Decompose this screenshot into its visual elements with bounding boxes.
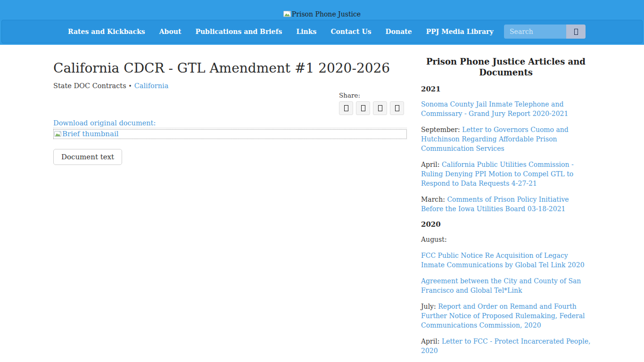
share-icon — [361, 105, 365, 111]
nav-item-about[interactable]: About — [152, 28, 189, 35]
article-link[interactable]: Sonoma County Jail Inmate Telephone and … — [421, 100, 568, 117]
brief-thumbnail-link[interactable]: Brief thumbnail — [53, 129, 407, 139]
sidebar: Prison Phone Justice Articles and Docume… — [421, 45, 591, 362]
content-area: California CDCR - GTL Amendment #1 2020-… — [53, 45, 591, 362]
nav-item-rates-and-kickbacks[interactable]: Rates and Kickbacks — [61, 28, 152, 35]
article-date-prefix: April: — [421, 161, 442, 168]
sidebar-article-item: April: California Public Utilities Commi… — [421, 160, 591, 188]
sidebar-article-item: March: Comments of Prison Policy Initiat… — [421, 195, 591, 214]
share-wrap: Share: — [53, 91, 404, 115]
site-logo-alt-text: Prison Phone Justice — [292, 10, 361, 18]
sidebar-sections: 2021Sonoma County Jail Inmate Telephone … — [421, 85, 591, 362]
sidebar-year-2020: 2020 — [421, 220, 591, 229]
article-link[interactable]: Agreement between the City and County of… — [421, 277, 581, 294]
nav-item-donate[interactable]: Donate — [379, 28, 419, 35]
nav-item-contact-us[interactable]: Contact Us — [323, 28, 378, 35]
sidebar-article-item: FCC Public Notice Re Acquisition of Lega… — [421, 251, 591, 270]
logo-row: Prison Phone Justice — [0, 0, 644, 20]
share-button-4[interactable] — [390, 101, 404, 115]
nav-item-publications-and-briefs[interactable]: Publications and Briefs — [188, 28, 289, 35]
share-icon — [378, 105, 382, 111]
sidebar-article-item: Sonoma County Jail Inmate Telephone and … — [421, 99, 591, 118]
download-row: Download original document: — [53, 119, 407, 128]
article-date-prefix: August: — [421, 236, 447, 243]
search-icon — [574, 29, 578, 35]
search-button[interactable] — [566, 25, 586, 39]
article-link[interactable]: California Public Utilities Commission -… — [421, 161, 574, 187]
share-icon — [395, 105, 399, 111]
article-date-prefix: September: — [421, 126, 462, 133]
breadcrumb-category: State DOC Contracts — [53, 82, 126, 90]
main-nav: Rates and KickbacksAboutPublications and… — [1, 20, 643, 43]
share-label: Share: — [339, 91, 404, 99]
sidebar-article-item: July: Report and Order on Remand and Fou… — [421, 302, 591, 330]
share-block: Share: — [339, 91, 404, 115]
share-icon — [344, 105, 348, 111]
article-main: California CDCR - GTL Amendment #1 2020-… — [53, 45, 407, 362]
site-logo-link[interactable]: Prison Phone Justice — [283, 10, 361, 18]
broken-image-icon — [54, 131, 61, 138]
article-date-prefix: July: — [421, 303, 438, 310]
sidebar-article-item: September: Letter to Governors Cuomo and… — [421, 125, 591, 153]
article-link[interactable]: Letter to FCC - Protect Incarcerated Peo… — [421, 337, 590, 354]
article-link[interactable]: FCC Public Notice Re Acquisition of Lega… — [421, 252, 585, 269]
share-buttons — [339, 101, 404, 115]
sidebar-article-item: August: — [421, 235, 591, 244]
document-text-button[interactable]: Document text — [53, 149, 122, 165]
breadcrumb: State DOC Contracts•California — [53, 82, 407, 90]
article-date-prefix: April: — [421, 337, 442, 345]
share-button-1[interactable] — [339, 101, 353, 115]
sidebar-year-2021: 2021 — [421, 85, 591, 93]
thumbnail-alt-text: Brief thumbnail — [62, 131, 119, 138]
nav-item-links[interactable]: Links — [289, 28, 323, 35]
article-link[interactable]: Report and Order on Remand and Fourth Fu… — [421, 303, 585, 329]
page-title: California CDCR - GTL Amendment #1 2020-… — [53, 60, 407, 76]
nav-list: Rates and KickbacksAboutPublications and… — [61, 28, 501, 35]
search-input[interactable] — [504, 25, 566, 39]
sidebar-article-item: April: Letter to FCC - Protect Incarcera… — [421, 337, 591, 355]
site-header: Prison Phone Justice Rates and Kickbacks… — [0, 0, 644, 45]
article-date-prefix: March: — [421, 196, 447, 203]
breadcrumb-separator: • — [129, 83, 132, 90]
download-original-link[interactable]: Download original document: — [53, 119, 156, 127]
broken-image-icon — [283, 10, 291, 18]
breadcrumb-link-california[interactable]: California — [134, 82, 169, 90]
share-button-3[interactable] — [373, 101, 387, 115]
sidebar-article-item: Agreement between the City and County of… — [421, 276, 591, 295]
sidebar-title: Prison Phone Justice Articles and Docume… — [425, 56, 587, 78]
nav-item-ppj-media-library[interactable]: PPJ Media Library — [419, 28, 501, 35]
share-button-2[interactable] — [356, 101, 370, 115]
search-form — [504, 25, 586, 39]
